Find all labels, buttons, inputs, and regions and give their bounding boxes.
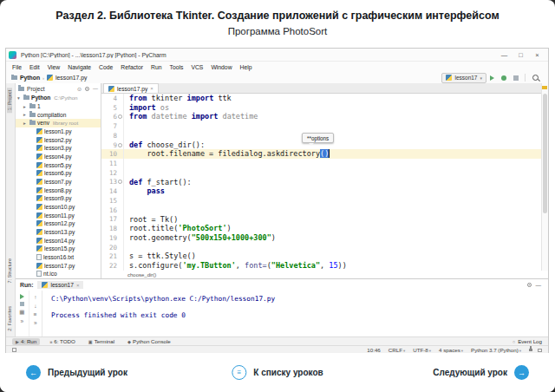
chevron-icon[interactable]: ▸ xyxy=(23,121,28,126)
close-button[interactable]: × xyxy=(529,51,545,59)
tree-item-lesson3.py[interactable]: lesson3.py xyxy=(16,144,101,153)
menu-refactor[interactable]: Refactor xyxy=(121,64,143,70)
line-number[interactable]: 21 xyxy=(101,252,124,261)
run-toolbar-icon[interactable]: ≡ xyxy=(34,311,37,317)
gear-icon[interactable] xyxy=(85,87,89,91)
status-item[interactable]: 4 spaces▾ xyxy=(439,347,463,353)
line-number[interactable]: 15 xyxy=(101,196,124,206)
fold-icon[interactable] xyxy=(118,180,122,184)
line-number[interactable]: 10 xyxy=(101,149,124,159)
tool-tab-4-run[interactable]: ▶4: Run xyxy=(12,338,40,345)
run-toolbar-icon[interactable]: ↑ xyxy=(34,294,36,300)
lesson-list-button[interactable]: ≡ К списку уроков xyxy=(232,365,323,380)
tree-item-lesson10.py[interactable]: lesson10.py xyxy=(16,203,101,212)
code-line-14[interactable]: 14 pass xyxy=(101,186,543,196)
tree-item-lesson8.py[interactable]: lesson8.py xyxy=(16,186,101,194)
menu-code[interactable]: Code xyxy=(99,64,113,70)
tool-tab-python-console[interactable]: ◆Python Console xyxy=(124,338,174,345)
status-item[interactable]: UTF-8▾ xyxy=(413,347,431,353)
code-line-19[interactable]: 19root.geometry("500x150+1000+300") xyxy=(101,233,543,243)
line-number[interactable]: 14 xyxy=(101,186,124,196)
code-line-15[interactable]: 15 xyxy=(101,196,543,206)
editor-scrollbar[interactable] xyxy=(541,83,548,271)
code-line-22[interactable]: 22s.configure('my.TButton', font=("Helve… xyxy=(101,261,543,271)
menu-vcs[interactable]: VCS xyxy=(191,64,203,70)
close-tab-icon[interactable]: × xyxy=(150,86,153,91)
tool-button-favorites[interactable]: 2: Favorites xyxy=(7,306,12,331)
fold-icon[interactable] xyxy=(118,143,122,147)
close-tab-icon[interactable]: × xyxy=(76,283,80,288)
menu-view[interactable]: View xyxy=(48,64,61,70)
tree-item-lesson13.py[interactable]: lesson13.py xyxy=(16,228,101,237)
code-line-17[interactable]: 17root = Tk() xyxy=(101,215,543,225)
run-button[interactable] xyxy=(490,75,494,81)
menu-run[interactable]: Run xyxy=(151,64,161,70)
tree-item-lesson16.txt[interactable]: lesson16.txt xyxy=(16,253,101,262)
code-line-7[interactable]: 7 xyxy=(101,121,543,131)
line-number[interactable]: 17 xyxy=(101,215,124,225)
code-line-13[interactable]: 13def f_start(): xyxy=(101,178,543,187)
tool-button-structure[interactable]: 7: Structure xyxy=(7,258,12,283)
menu-edit[interactable]: Edit xyxy=(29,64,40,70)
console-output[interactable]: C:\Python\venv\Scripts\python.exe C:/Pyt… xyxy=(42,291,275,336)
code-line-5[interactable]: 5import os xyxy=(101,103,543,113)
minimize-button[interactable]: — xyxy=(496,51,513,59)
run-tab[interactable]: lesson17 × xyxy=(37,281,83,289)
hide-panel-icon[interactable]: — xyxy=(536,282,542,288)
code-line-6[interactable]: 6from datetime import datetime xyxy=(101,112,543,121)
line-number[interactable]: 5 xyxy=(101,103,124,113)
code-line-20[interactable]: 20 xyxy=(101,243,543,252)
event-log-button[interactable]: ○ Event Log xyxy=(513,338,542,344)
gear-icon[interactable] xyxy=(527,283,532,287)
line-number[interactable]: 19 xyxy=(101,233,124,243)
next-lesson-button[interactable]: Следующий урок → xyxy=(433,365,529,380)
hide-panel-icon[interactable]: — xyxy=(93,86,98,91)
line-number[interactable]: 8 xyxy=(101,131,124,140)
line-number[interactable]: 16 xyxy=(101,206,124,215)
tree-item-lesson7.py[interactable]: lesson7.py xyxy=(16,178,101,186)
previous-lesson-button[interactable]: ← Предыдущий урок xyxy=(26,365,127,380)
breadcrumb-root[interactable]: Python xyxy=(20,75,40,81)
line-number[interactable]: 9 xyxy=(101,140,124,150)
line-number[interactable]: 13 xyxy=(101,178,124,187)
tree-item-lesson14.py[interactable]: lesson14.py xyxy=(16,236,101,245)
line-number[interactable]: 12 xyxy=(101,168,124,178)
line-number[interactable]: 22 xyxy=(101,261,124,271)
tool-window-switcher-icon[interactable] xyxy=(12,348,16,352)
tool-tab-terminal[interactable]: ▣Terminal xyxy=(85,338,118,345)
code-line-4[interactable]: 4from tkinter import ttk xyxy=(101,94,543,103)
status-item[interactable]: 10:46 xyxy=(367,347,380,353)
line-number[interactable]: 7 xyxy=(101,121,124,131)
line-number[interactable]: 20 xyxy=(101,243,124,252)
editor-breadcrumb[interactable]: choose_dir() xyxy=(127,272,156,278)
lock-icon[interactable] xyxy=(529,349,532,352)
menu-window[interactable]: Window xyxy=(211,64,232,70)
chevron-icon[interactable]: ▾ xyxy=(17,95,22,101)
code-line-21[interactable]: 21s = ttk.Style() xyxy=(101,252,543,261)
tree-item-lesson6.py[interactable]: lesson6.py xyxy=(16,169,101,178)
menu-help[interactable]: Help xyxy=(240,64,252,70)
run-toolbar-icon[interactable]: » xyxy=(20,318,23,324)
editor-tab[interactable]: lesson17.py × xyxy=(103,83,159,93)
tree-item-compilation[interactable]: ▸compilation xyxy=(16,110,101,119)
tree-item-lesson17.py[interactable]: lesson17.py xyxy=(16,261,101,270)
menu-file[interactable]: File xyxy=(12,64,22,70)
tree-item-lesson5.py[interactable]: lesson5.py xyxy=(16,160,101,169)
run-configuration-select[interactable]: lesson17 ▾ xyxy=(441,73,486,83)
run-toolbar-icon[interactable]: » xyxy=(34,320,37,326)
tree-item-lesson12.py[interactable]: lesson12.py xyxy=(16,219,101,228)
code-line-16[interactable]: 16 xyxy=(101,206,543,215)
tree-item-Python[interactable]: ▾PythonC:\Python xyxy=(16,94,101,102)
line-number[interactable]: 4 xyxy=(101,94,124,103)
rerun-button[interactable] xyxy=(20,294,24,299)
tree-item-lesson15.py[interactable]: lesson15.py xyxy=(16,245,101,253)
breadcrumb-file[interactable]: lesson17.py xyxy=(56,75,87,81)
code-line-10[interactable]: 10 root.filename = filedialog.askdirecto… xyxy=(101,149,543,159)
tree-item-lesson1.py[interactable]: lesson1.py xyxy=(16,127,101,136)
chevron-icon[interactable]: ▸ xyxy=(23,104,28,109)
tree-item-lesson11.py[interactable]: lesson11.py xyxy=(16,211,101,219)
debug-button[interactable] xyxy=(501,75,506,81)
line-number[interactable]: 11 xyxy=(101,159,124,168)
maximize-button[interactable]: □ xyxy=(513,51,529,59)
tree-item-lesson2.py[interactable]: lesson2.py xyxy=(16,135,101,144)
